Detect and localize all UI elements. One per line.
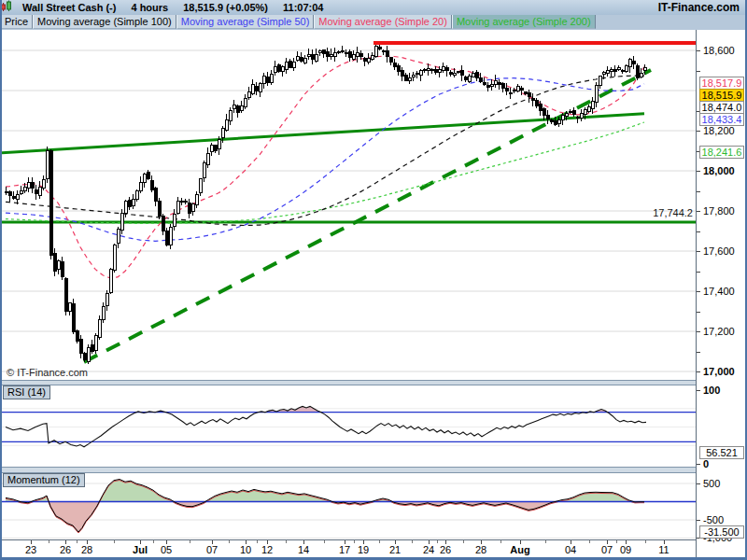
time-axis-tick	[571, 540, 571, 544]
time-axis-minor-tick	[616, 540, 617, 543]
time-axis-minor-tick	[286, 540, 287, 543]
time-axis-label: Aug	[510, 544, 529, 555]
time-axis-tick	[31, 540, 32, 544]
quote-time: 11:07:04	[283, 2, 323, 13]
time-axis-minor-tick	[379, 540, 380, 543]
timeframe: 4 hours	[131, 2, 168, 13]
price-chart-panel[interactable]: 17,744.2 © IT-Finance.com	[2, 30, 696, 380]
axis-tick	[697, 390, 700, 391]
time-axis-minor-tick	[190, 540, 190, 543]
axis-tick	[697, 520, 700, 521]
time-axis-tick	[520, 540, 521, 544]
price-label-badge: 18,433.4	[699, 113, 744, 126]
price-axis-label: 17,400	[703, 286, 735, 297]
time-axis-minor-tick	[437, 540, 438, 543]
price-axis-label: 18,200	[703, 125, 735, 136]
time-axis-label: 26	[60, 544, 71, 555]
rsi-panel-tab[interactable]: RSI (14)	[3, 385, 50, 399]
panel-splitter[interactable]	[2, 467, 696, 473]
time-axis-tick	[481, 540, 482, 544]
window-border	[0, 0, 2, 560]
candlesticks	[5, 42, 646, 364]
time-axis-tick	[429, 540, 430, 544]
time-axis-label: 07	[601, 544, 613, 555]
time-axis-tick	[140, 540, 141, 544]
axis-tick	[697, 171, 700, 172]
time-axis-label: 05	[161, 544, 172, 555]
candlestick-icon	[6, 2, 18, 14]
rsi-axis-label: 100	[703, 385, 720, 396]
time-axis-tick	[212, 540, 213, 544]
price-axis-label: 17,200	[703, 326, 735, 337]
time-axis-minor-tick	[354, 540, 355, 543]
support-price-label: 17,744.2	[653, 207, 693, 218]
tab-price[interactable]: Price	[0, 15, 33, 29]
time-axis-tick	[395, 540, 396, 544]
axis-minor-tick	[697, 352, 700, 353]
time-axis-label: 21	[389, 544, 401, 555]
brand-logo: IT-Finance.com	[658, 1, 740, 14]
axis-tick	[697, 211, 700, 212]
time-axis-label: 17	[339, 544, 350, 555]
time-axis-tick	[363, 540, 364, 544]
axis-tick	[697, 483, 700, 484]
last-quote: 18,515.9 (+0.05%)	[183, 2, 268, 13]
axis-tick	[697, 464, 700, 465]
time-axis-minor-tick	[324, 540, 325, 543]
time-axis-label: 09	[620, 544, 631, 555]
title-bar: Wall Street Cash (-) 4 hours 18,515.9 (+…	[0, 0, 747, 16]
tab-moving-average-simple-50[interactable]: Moving average (Simple 50)	[176, 15, 315, 29]
axis-minor-tick	[697, 191, 700, 192]
price-axis-label: 18,000	[703, 165, 735, 176]
time-axis[interactable]: 232628Jul0507101214171921242628Aug040709…	[0, 539, 696, 558]
time-axis-label: 23	[25, 544, 36, 555]
time-axis-tick	[246, 540, 247, 544]
axis-tick	[697, 331, 700, 332]
time-axis-label: Jul	[133, 544, 148, 555]
tab-moving-average-simple-200[interactable]: Moving average (Simple 200)	[452, 15, 596, 29]
time-axis-minor-tick	[500, 540, 501, 543]
price-axis[interactable]: 18,60018,20018,00017,80017,60017,40017,2…	[696, 30, 746, 557]
time-axis-minor-tick	[77, 540, 78, 543]
axis-tick	[697, 371, 700, 372]
momentum-line	[6, 480, 644, 533]
time-axis-label: 11	[658, 544, 669, 555]
price-label-badge: 18,241.6	[699, 146, 744, 159]
time-axis-label: 28	[475, 544, 486, 555]
axis-minor-tick	[697, 231, 700, 232]
axis-tick	[697, 50, 700, 51]
price-label-badge: 18,474.0	[699, 101, 744, 114]
time-axis-tick	[445, 540, 446, 544]
momentum-chart-panel[interactable]: Momentum (12)	[2, 473, 696, 539]
chart-window: { "title_bar": { "instrument": "Wall Str…	[0, 0, 747, 560]
ma-line-sma-100	[6, 76, 644, 225]
time-axis-minor-tick	[589, 540, 590, 543]
time-axis-tick	[664, 540, 665, 544]
axis-minor-tick	[697, 272, 700, 273]
time-axis-label: 28	[81, 544, 92, 555]
time-axis-label: 12	[261, 544, 273, 555]
time-axis-tick	[345, 540, 345, 544]
rsi-chart-panel[interactable]: RSI (14)	[2, 385, 696, 467]
axis-tick	[697, 291, 700, 292]
time-axis-label: 24	[423, 544, 434, 555]
time-axis-label: 19	[358, 544, 369, 555]
time-axis-label: 10	[240, 544, 251, 555]
price-axis-label: 17,800	[703, 205, 735, 217]
rsi-value-badge: 56.521	[699, 446, 744, 459]
time-axis-label: 26	[440, 544, 451, 555]
tab-moving-average-simple-100[interactable]: Moving average (Simple 100)	[33, 15, 176, 29]
price-axis-label: 17,000	[703, 366, 735, 377]
price-axis-label: 17,600	[703, 245, 735, 257]
tab-moving-average-simple-20[interactable]: Moving average (Simple 20)	[314, 15, 452, 29]
axis-tick	[697, 251, 700, 252]
axis-minor-tick	[697, 71, 700, 72]
time-axis-minor-tick	[257, 540, 258, 543]
time-axis-tick	[65, 540, 66, 544]
price-label-badge: 18,515.9	[699, 89, 744, 102]
momentum-panel-tab[interactable]: Momentum (12)	[3, 473, 85, 487]
time-axis-tick	[607, 540, 608, 544]
ma-line-sma-50	[6, 78, 644, 242]
rsi-axis-label: 0	[703, 458, 709, 469]
time-axis-minor-tick	[49, 540, 49, 543]
